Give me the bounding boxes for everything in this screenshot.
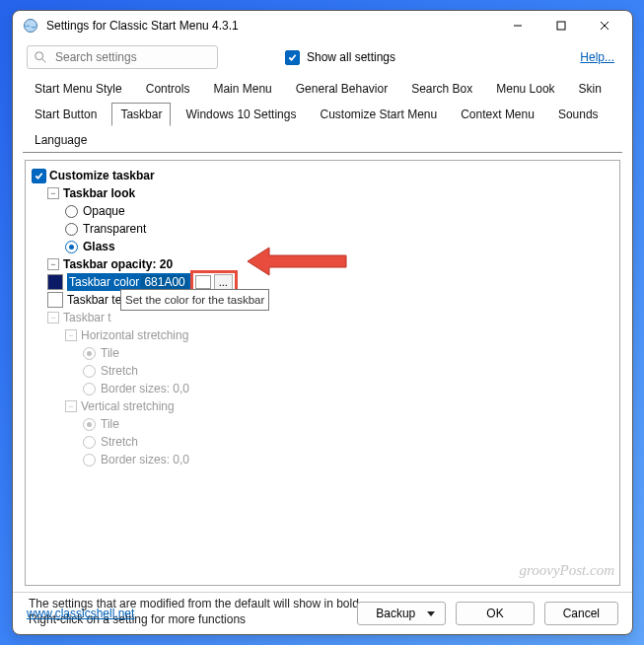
label: Horizontal stretching	[81, 326, 188, 344]
collapse-icon[interactable]: −	[47, 258, 59, 270]
tab-start-menu-style[interactable]: Start Menu Style	[26, 77, 131, 101]
ok-button[interactable]: OK	[456, 602, 534, 625]
tab-windows10[interactable]: Windows 10 Settings	[177, 103, 305, 126]
label: Taskbar color	[69, 275, 139, 289]
label: Glass	[83, 238, 115, 255]
tab-context-menu[interactable]: Context Menu	[452, 103, 543, 126]
item-h-stretch: −Horizontal stretching	[65, 326, 613, 344]
annotation-arrow-icon	[248, 242, 356, 281]
picker-browse-button[interactable]: ...	[214, 274, 233, 290]
bottom-bar: www.classicshell.net Backup OK Cancel	[13, 592, 632, 634]
svg-line-6	[42, 59, 46, 63]
tab-controls[interactable]: Controls	[137, 77, 199, 101]
maximize-button[interactable]	[539, 12, 583, 39]
collapse-icon[interactable]: −	[47, 187, 59, 199]
close-button[interactable]	[583, 12, 626, 39]
tab-main-menu[interactable]: Main Menu	[204, 77, 280, 101]
tab-start-button[interactable]: Start Button	[26, 103, 106, 126]
minimize-button[interactable]	[496, 12, 539, 39]
tab-taskbar[interactable]: Taskbar	[111, 103, 171, 126]
search-icon	[34, 50, 47, 64]
tab-language[interactable]: Language	[26, 128, 96, 152]
collapse-icon: −	[47, 312, 59, 323]
label: Vertical stretching	[81, 397, 175, 415]
tab-customize-start-menu[interactable]: Customize Start Menu	[311, 103, 446, 126]
value: 20	[160, 257, 173, 271]
show-all-label: Show all settings	[307, 50, 395, 64]
svg-point-5	[36, 52, 43, 60]
window-title: Settings for Classic Start Menu 4.3.1	[46, 19, 496, 33]
item-h-border: Border sizes: 0,0	[83, 380, 613, 397]
label: Customize taskbar	[49, 167, 155, 184]
color-swatch	[47, 274, 63, 290]
label: Taskbar look	[63, 184, 135, 202]
svg-rect-2	[557, 22, 565, 30]
watermark: groovyPost.com	[519, 562, 614, 579]
label: Stretch	[101, 362, 138, 380]
item-v-stretch: −Vertical stretching	[65, 397, 613, 415]
checkbox-on-icon	[285, 50, 300, 65]
backup-button[interactable]: Backup	[357, 602, 446, 625]
tab-menu-look[interactable]: Menu Look	[487, 77, 563, 101]
label: Border sizes: 0,0	[101, 380, 189, 397]
radio-h-stretch: Stretch	[83, 362, 613, 380]
label: Taskbar t	[63, 309, 111, 326]
show-all-settings[interactable]: Show all settings	[285, 50, 395, 65]
svg-marker-7	[248, 248, 346, 275]
dropdown-caret-icon	[427, 611, 435, 616]
label: Stretch	[101, 433, 138, 451]
tooltip: Set the color for the taskbar	[120, 289, 269, 311]
radio-transparent[interactable]: Transparent	[65, 220, 613, 238]
settings-tree: Customize taskbar − Taskbar look Opaque …	[32, 167, 613, 468]
title-bar: Settings for Classic Start Menu 4.3.1	[13, 11, 632, 41]
toolbar: Show all settings Help...	[13, 41, 632, 75]
tab-search-box[interactable]: Search Box	[402, 77, 481, 101]
item-customize-taskbar[interactable]: Customize taskbar	[32, 167, 613, 184]
app-icon	[23, 18, 38, 34]
picker-swatch[interactable]	[195, 275, 211, 289]
search-box[interactable]	[27, 45, 218, 69]
item-taskbar-texture: − Taskbar t	[47, 309, 613, 326]
collapse-icon: −	[65, 400, 77, 412]
cancel-button[interactable]: Cancel	[544, 602, 618, 625]
tab-strip: Start Menu Style Controls Main Menu Gene…	[13, 75, 632, 153]
settings-window: Settings for Classic Start Menu 4.3.1 Sh…	[12, 10, 633, 635]
label: Border sizes: 0,0	[101, 451, 189, 468]
tab-skin[interactable]: Skin	[570, 77, 610, 101]
label: Backup	[376, 607, 415, 620]
label: Taskbar opacity:	[63, 257, 160, 271]
label: Tile	[101, 415, 119, 433]
color-swatch	[47, 292, 63, 308]
item-v-border: Border sizes: 0,0	[83, 451, 613, 468]
radio-v-stretch: Stretch	[83, 433, 613, 451]
tab-underline	[23, 152, 622, 153]
label: Transparent	[83, 220, 146, 238]
radio-v-tile: Tile	[83, 415, 613, 433]
collapse-icon: −	[65, 329, 77, 341]
checkbox-on-icon	[32, 169, 46, 183]
radio-opaque[interactable]: Opaque	[65, 202, 613, 220]
color-value: 681A00	[141, 275, 187, 289]
settings-panel: Customize taskbar − Taskbar look Opaque …	[25, 160, 620, 586]
label: Opaque	[83, 202, 125, 220]
label: Tile	[101, 344, 119, 362]
tab-sounds[interactable]: Sounds	[549, 103, 608, 126]
tab-general-behavior[interactable]: General Behavior	[287, 77, 396, 101]
radio-h-tile: Tile	[83, 344, 613, 362]
item-taskbar-look[interactable]: − Taskbar look	[47, 184, 613, 202]
website-link[interactable]: www.classicshell.net	[27, 607, 134, 620]
help-link[interactable]: Help...	[580, 50, 614, 64]
search-input[interactable]	[53, 49, 211, 65]
